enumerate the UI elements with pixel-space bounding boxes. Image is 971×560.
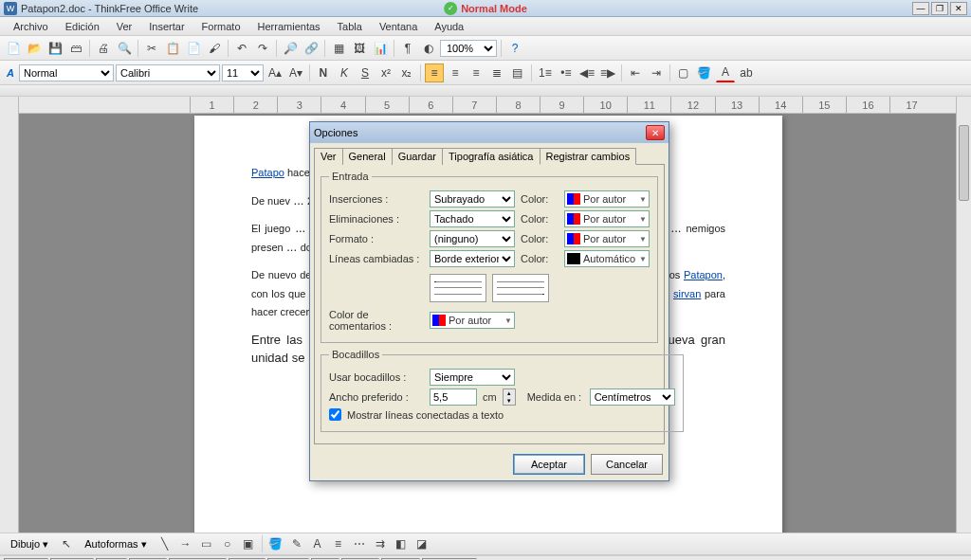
- lineas-color[interactable]: Automático▼: [564, 250, 650, 267]
- tab-registrar-cambios[interactable]: Registrar cambios: [540, 148, 637, 165]
- distribute-icon[interactable]: ▤: [508, 63, 527, 82]
- ancho-spinner[interactable]: ▲▼: [503, 388, 516, 406]
- style-combo[interactable]: Normal: [19, 64, 114, 81]
- ancho-input[interactable]: [430, 388, 477, 406]
- inserciones-select[interactable]: Subrayado: [430, 190, 515, 208]
- save-icon[interactable]: 💾: [46, 39, 64, 58]
- fill-color-icon[interactable]: 🪣: [695, 63, 714, 82]
- 3d-icon[interactable]: ◪: [412, 534, 431, 553]
- inc-indent-icon[interactable]: ⇥: [647, 63, 666, 82]
- cancelar-button[interactable]: Cancelar: [591, 454, 663, 475]
- align-left-icon[interactable]: ≡: [425, 63, 444, 82]
- tab-ver[interactable]: Ver: [314, 148, 343, 165]
- border-icon[interactable]: ▢: [674, 63, 693, 82]
- menu-tabla[interactable]: Tabla: [330, 19, 370, 34]
- formato-color[interactable]: Por autor▼: [564, 230, 650, 247]
- comentarios-color[interactable]: Por autor▼: [430, 312, 515, 329]
- saveall-icon[interactable]: 🗃: [66, 39, 85, 58]
- fontsize-combo[interactable]: 11: [222, 64, 264, 81]
- arrow-icon[interactable]: →: [176, 534, 195, 553]
- shrink-font-icon[interactable]: A▾: [286, 63, 305, 82]
- menu-edicion[interactable]: Edición: [58, 19, 107, 34]
- copy-icon[interactable]: 📋: [163, 39, 182, 58]
- align-center-icon[interactable]: ≡: [446, 63, 465, 82]
- usar-bocadillos-select[interactable]: Siempre: [430, 369, 515, 386]
- mostrar-lineas-checkbox[interactable]: [329, 408, 341, 421]
- line-icon[interactable]: ╲: [156, 534, 174, 553]
- menu-insertar[interactable]: Insertar: [141, 19, 192, 34]
- eliminaciones-select[interactable]: Tachado: [430, 210, 515, 227]
- find-icon[interactable]: 🔎: [281, 39, 300, 58]
- lineas-select[interactable]: Borde exterior: [430, 250, 515, 267]
- rect-icon[interactable]: ▭: [197, 534, 216, 553]
- minimize-button[interactable]: —: [912, 2, 929, 15]
- new-icon[interactable]: 📄: [4, 39, 23, 58]
- maximize-button[interactable]: ❐: [931, 2, 948, 15]
- italic-icon[interactable]: K: [335, 63, 354, 82]
- aceptar-button[interactable]: Aceptar: [513, 454, 585, 475]
- autoshapes-menu[interactable]: Autoformas ▾: [78, 535, 153, 553]
- inserciones-color[interactable]: Por autor▼: [564, 190, 650, 208]
- image-icon[interactable]: 🖼: [350, 39, 369, 58]
- tab-guardar[interactable]: Guardar: [392, 148, 443, 165]
- select-arrow-icon[interactable]: ↖: [57, 534, 76, 553]
- arrow-style-icon[interactable]: ⇉: [371, 534, 390, 553]
- menu-formato[interactable]: Formato: [194, 19, 248, 34]
- print-icon[interactable]: 🖨: [94, 39, 113, 58]
- menu-archivo[interactable]: Archivo: [6, 19, 56, 34]
- paste-icon[interactable]: 📄: [184, 39, 203, 58]
- menu-ayuda[interactable]: Ayuda: [427, 19, 471, 34]
- line-color-icon[interactable]: ✎: [287, 534, 306, 553]
- draw-menu[interactable]: Dibujo ▾: [4, 535, 55, 553]
- chart-icon[interactable]: 📊: [371, 39, 390, 58]
- open-icon[interactable]: 📂: [25, 39, 44, 58]
- tab-tipografia[interactable]: Tipografía asiática: [442, 148, 540, 165]
- font-color2-icon[interactable]: A: [308, 534, 327, 553]
- thin-bar: [0, 85, 971, 97]
- zoom-combo[interactable]: 100%: [440, 40, 497, 57]
- formato-select[interactable]: (ninguno): [430, 230, 515, 247]
- dec-indent-icon[interactable]: ⇤: [626, 63, 645, 82]
- redo-icon[interactable]: ↷: [253, 39, 272, 58]
- grow-font-icon[interactable]: A▴: [266, 63, 284, 82]
- medida-select[interactable]: Centímetros: [590, 388, 675, 406]
- shadow-icon[interactable]: ◧: [392, 534, 411, 553]
- font-color-icon[interactable]: A: [716, 63, 735, 82]
- dash-style-icon[interactable]: ⋯: [350, 534, 369, 553]
- preview-icon[interactable]: 🔍: [115, 39, 134, 58]
- font-combo[interactable]: Calibri: [116, 64, 220, 81]
- subscript-icon[interactable]: x₂: [397, 63, 416, 82]
- outdent-icon[interactable]: ◀≡: [577, 63, 596, 82]
- help-icon[interactable]: ?: [505, 39, 524, 58]
- paragraph-mark-icon[interactable]: ¶: [398, 39, 417, 58]
- underline-icon[interactable]: S: [356, 63, 375, 82]
- align-justify-icon[interactable]: ≣: [487, 63, 506, 82]
- menu-ventana[interactable]: Ventana: [372, 19, 425, 34]
- vertical-scrollbar[interactable]: [956, 97, 971, 533]
- dialog-close-icon[interactable]: ✕: [646, 125, 665, 140]
- table-icon[interactable]: ▦: [329, 39, 348, 58]
- close-button[interactable]: ✕: [950, 2, 967, 15]
- indent-icon[interactable]: ≡▶: [598, 63, 617, 82]
- highlight-icon[interactable]: ab: [737, 63, 756, 82]
- menu-herramientas[interactable]: Herramientas: [250, 19, 328, 34]
- oval-icon[interactable]: ○: [218, 534, 237, 553]
- menu-ver[interactable]: Ver: [109, 19, 140, 34]
- bold-icon[interactable]: N: [314, 63, 333, 82]
- eliminaciones-color[interactable]: Por autor▼: [564, 210, 650, 227]
- numbering-icon[interactable]: 1≡: [536, 63, 555, 82]
- zoom-toggle-icon[interactable]: ◐: [419, 39, 438, 58]
- line-style-icon[interactable]: ≡: [329, 534, 348, 553]
- dialog-titlebar[interactable]: Opciones ✕: [310, 122, 669, 143]
- tab-general[interactable]: General: [342, 148, 393, 165]
- undo-icon[interactable]: ↶: [232, 39, 251, 58]
- cut-icon[interactable]: ✂: [142, 39, 161, 58]
- format-painter-icon[interactable]: 🖌: [205, 39, 224, 58]
- align-right-icon[interactable]: ≡: [467, 63, 486, 82]
- line-preview[interactable]: [430, 274, 549, 302]
- hyperlink-icon[interactable]: 🔗: [302, 39, 321, 58]
- superscript-icon[interactable]: x²: [376, 63, 395, 82]
- fill-icon[interactable]: 🪣: [266, 534, 285, 553]
- bullets-icon[interactable]: •≡: [557, 63, 576, 82]
- textbox-icon[interactable]: ▣: [239, 534, 258, 553]
